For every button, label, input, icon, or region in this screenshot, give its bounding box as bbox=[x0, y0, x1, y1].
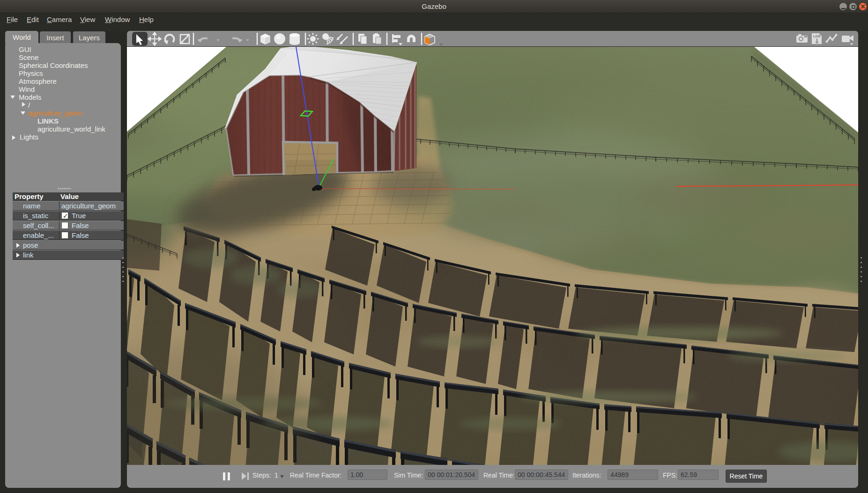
svg-text:LOG: LOG bbox=[813, 35, 821, 38]
